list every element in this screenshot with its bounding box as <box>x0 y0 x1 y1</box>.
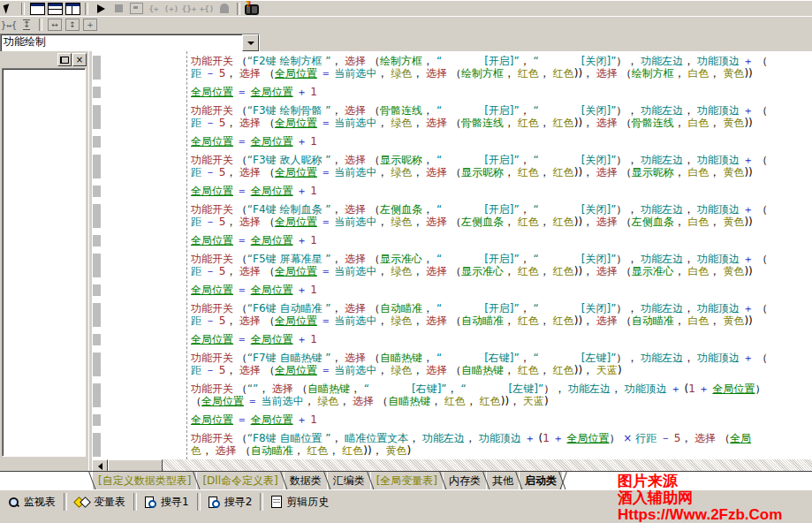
workspace-selector-row: 功能绘制 <box>0 33 812 51</box>
code-line: 功能开关 （“F4键 绘制血条 ”， 选择 （左侧血条， “ [开启]”， “ … <box>191 203 812 216</box>
code-line: 功能开关 （“F7键 自瞄热键 ”， 选择 （自瞄热键， “ [右键]”， “ … <box>191 352 812 364</box>
scroll-left-button[interactable] <box>92 459 108 471</box>
window-refresh-icon <box>127 2 145 16</box>
code-statement[interactable]: 功能开关 （“F2键 绘制方框 ”， 选择 （绘制方框， “ [开启]”， “ … <box>92 55 812 80</box>
code-statement[interactable]: 全局位置 ＝ 全局位置 ＋ 1 <box>92 234 812 246</box>
window-layout-icon-1[interactable] <box>28 2 46 16</box>
dock-button[interactable] <box>57 53 72 66</box>
align-toolbar: }↔{↕↔↕+ <box>0 16 812 34</box>
combobox-dropdown-button[interactable] <box>242 34 259 51</box>
tab-其他[interactable]: 其他 <box>487 472 519 490</box>
code-statement[interactable]: 全局位置 ＝ 全局位置 ＋ 1 <box>92 284 812 296</box>
watch-magnifier-icon <box>8 496 19 508</box>
close-button[interactable]: × <box>72 53 87 66</box>
same-width-icon[interactable]: }↔{ <box>0 18 18 32</box>
fit-both-icon[interactable]: + <box>81 18 99 32</box>
doc-search-icon <box>145 496 156 508</box>
doc-search-icon <box>209 496 220 508</box>
toolbar-separator <box>39 19 42 31</box>
bottom-button-监视表[interactable]: 监视表 <box>0 492 64 512</box>
bottom-button-剪辑历史[interactable]: 剪辑历史 <box>263 492 337 512</box>
section-combobox[interactable]: 功能绘制 <box>0 34 260 52</box>
code-editor[interactable]: 功能开关 （“F2键 绘制方框 ”， 选择 （绘制方框， “ [开启]”， “ … <box>92 51 812 471</box>
main-toolbar: {+(+){}++{)? <box>0 0 812 17</box>
run-to-cursor-icon: +{) <box>198 2 216 16</box>
question-mark-icon: ? <box>246 0 250 9</box>
clip-history-doc-icon <box>271 496 282 508</box>
bottom-button-label: 搜寻1 <box>161 495 189 510</box>
code-line: 距 － 5， 选择 （全局位置 ＝ 当前选中， 绿色， 选择 （显示昵称， 红色… <box>191 166 812 178</box>
code-statement[interactable]: 功能开关 （“F3键 敌人昵称 ”， 选择 （显示昵称， “ [开启]”， “ … <box>92 154 812 178</box>
window-layout-icon-2[interactable] <box>46 2 64 16</box>
code-statement[interactable]: 功能开关 （“F8键 自瞄位置 ”， 瞄准位置文本， 功能左边， 功能顶边 ＋ … <box>92 432 812 457</box>
code-statement[interactable]: 全局位置 ＝ 全局位置 ＋ 1 <box>92 413 812 426</box>
code-line: 全局位置 ＝ 全局位置 ＋ 1 <box>191 333 812 345</box>
tab-数据类[interactable]: 数据类 <box>285 472 327 490</box>
step-out-icon: {}+ <box>180 2 198 16</box>
code-line: 功能开关 （“F2键 绘制方框 ”， 选择 （绘制方框， “ [开启]”， “ … <box>191 55 812 67</box>
code-statement[interactable]: 全局位置 ＝ 全局位置 ＋ 1 <box>92 86 812 98</box>
code-statement[interactable]: 功能开关 （“F6键 自动瞄准 ”， 选择 （自动瞄准， “ [开启]”， “ … <box>92 302 812 327</box>
toolbar-separator <box>237 3 240 15</box>
code-statement[interactable]: 功能开关 （“F4键 绘制血条 ”， 选择 （左侧血条， “ [开启]”， “ … <box>92 203 812 228</box>
code-line: 全局位置 ＝ 全局位置 ＋ 1 <box>191 135 812 148</box>
same-height-icon[interactable]: ↕ <box>18 18 35 32</box>
code-line: 功能开关 （“F3键 绘制骨骼 ”， 选择 （骨骼连线， “ [开启]”， “ … <box>191 104 812 117</box>
tab-内存类[interactable]: 内存类 <box>444 472 486 490</box>
code-line: 距 － 5， 选择 （全局位置 ＝ 当前选中， 绿色， 选择 （自瞄热键， 红色… <box>191 364 812 376</box>
code-line: 功能开关 （“F8键 自瞄位置 ”， 瞄准位置文本， 功能左边， 功能顶边 ＋ … <box>191 432 812 444</box>
find-icon[interactable]: ? <box>244 2 262 16</box>
code-line: 距 － 5， 选择 （全局位置 ＝ 当前选中， 绿色， 选择 （自动瞄准， 红色… <box>191 315 812 327</box>
toolbar-separator <box>85 3 88 15</box>
horizontal-scrollbar[interactable] <box>92 459 812 471</box>
run-icon[interactable] <box>92 2 110 16</box>
tab-汇编类[interactable]: 汇编类 <box>328 472 370 490</box>
watermark-line: 图片来源 <box>618 473 782 489</box>
watermark: 图片来源酒入辅助网Https://Www.2Fzb.Com <box>618 473 782 523</box>
left-panel: × <box>0 51 88 471</box>
scrollbar-thumb[interactable] <box>108 459 163 471</box>
code-statement[interactable]: 功能开关 （“F5键 屏幕准星 ”， 选择 （显示准心， “ [开启]”， “ … <box>92 253 812 277</box>
left-panel-header: × <box>2 53 87 67</box>
code-statement[interactable]: 全局位置 ＝ 全局位置 ＋ 1 <box>92 333 812 345</box>
code-line: 距 － 5， 选择 （全局位置 ＝ 当前选中， 绿色， 选择 （骨骼连线， 红色… <box>191 117 812 129</box>
bottom-button-label: 剪辑历史 <box>286 495 329 510</box>
code-line: 色， 选择 （自动瞄准， 红色， 红色))， 黄色) <box>191 444 812 457</box>
code-line: 功能开关 （“F3键 敌人昵称 ”， 选择 （显示昵称， “ [开启]”， “ … <box>191 154 812 166</box>
code-statement[interactable]: 功能开关 （“F7键 自瞄热键 ”， 选择 （自瞄热键， “ [右键]”， “ … <box>92 352 812 376</box>
tab-全局变量表[interactable]: [全局变量表] <box>371 472 443 490</box>
watermark-line: 酒入辅助网 <box>618 489 782 506</box>
variables-diamonds-icon <box>75 498 89 506</box>
code-line: 全局位置 ＝ 全局位置 ＋ 1 <box>191 413 812 426</box>
code-statements: 功能开关 （“F2键 绘制方框 ”， 选择 （绘制方框， “ [开启]”， “ … <box>92 51 812 459</box>
code-statement[interactable]: 功能开关 （“”， 选择 （自瞄热键， “ [右键]”， “ [左键]”）， 功… <box>92 383 812 407</box>
code-line: 距 － 5， 选择 （全局位置 ＝ 当前选中， 绿色， 选择 （绘制方框， 红色… <box>191 67 812 80</box>
fit-height-icon[interactable]: ↕ <box>64 18 81 32</box>
ide-window: {+(+){}++{)? }↔{↕↔↕+ 功能绘制 × 功能开关 （“F2键 绘… <box>0 0 812 523</box>
main-area: × 功能开关 （“F2键 绘制方框 ”， 选择 （绘制方框， “ [开启]”， … <box>0 51 812 471</box>
step-over-icon: (+) <box>163 2 180 16</box>
window-layout-icon-3[interactable] <box>64 2 81 16</box>
cursor-icon[interactable] <box>0 2 18 16</box>
fit-width-icon[interactable]: ↔ <box>46 18 64 32</box>
code-line: 全局位置 ＝ 全局位置 ＋ 1 <box>191 284 812 296</box>
dock-icon <box>60 57 69 64</box>
code-line: 全局位置 ＝ 全局位置 ＋ 1 <box>191 86 812 98</box>
bottom-button-变量表[interactable]: 变量表 <box>67 492 133 512</box>
bottom-button-label: 监视表 <box>24 495 56 510</box>
code-statement[interactable]: 功能开关 （“F3键 绘制骨骼 ”， 选择 （骨骼连线， “ [开启]”， “ … <box>92 104 812 129</box>
tab-自定义数据类型表[interactable]: [自定义数据类型表] <box>93 472 196 490</box>
step-in-icon: {+ <box>145 2 163 16</box>
bottom-button-label: 变量表 <box>94 495 125 510</box>
code-statement[interactable]: 全局位置 ＝ 全局位置 ＋ 1 <box>92 135 812 148</box>
tab-Dll命令定义表[interactable]: [Dll命令定义表] <box>197 472 283 490</box>
code-line: 全局位置 ＝ 全局位置 ＋ 1 <box>191 185 812 197</box>
bottom-button-搜寻2[interactable]: 搜寻2 <box>201 492 261 512</box>
bottom-button-搜寻1[interactable]: 搜寻1 <box>137 492 197 512</box>
code-line: 功能开关 （“F5键 屏幕准星 ”， 选择 （显示准心， “ [开启]”， “ … <box>191 253 812 265</box>
bottom-button-label: 搜寻2 <box>224 495 253 510</box>
tree-panel-body[interactable] <box>2 68 86 457</box>
tab-启动类[interactable]: 启动类 <box>520 472 562 490</box>
code-statement[interactable]: 全局位置 ＝ 全局位置 ＋ 1 <box>92 185 812 197</box>
hand-icon <box>216 2 233 16</box>
